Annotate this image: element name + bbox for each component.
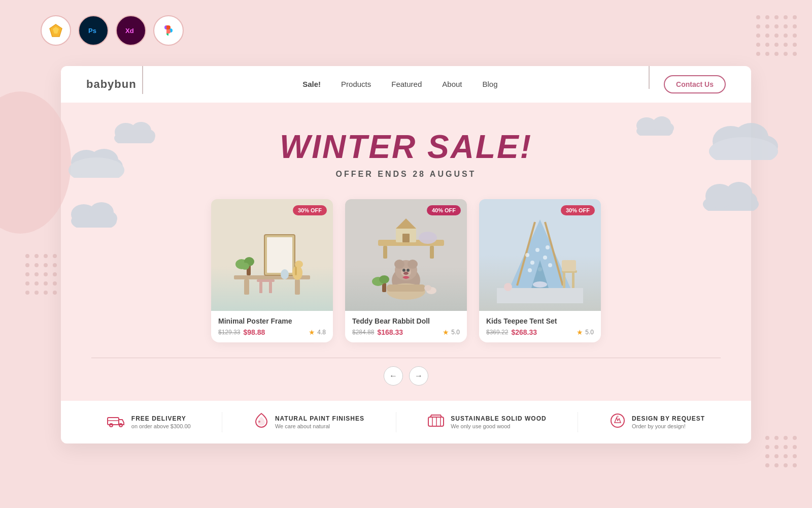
product-image-3: 30% OFF xyxy=(479,199,601,311)
svg-rect-37 xyxy=(259,282,262,293)
svg-rect-88 xyxy=(562,260,576,271)
tool-icons-bar: Ps Xd xyxy=(41,15,184,46)
svg-point-75 xyxy=(525,253,529,257)
feature-delivery-text: FREE DELIVERY on order above $300.00 xyxy=(131,415,191,429)
rating-group-1: ★ 4.8 xyxy=(309,328,326,336)
svg-rect-38 xyxy=(269,282,272,293)
next-arrow-button[interactable]: → xyxy=(409,366,428,386)
product-name-2: Teddy Bear Rabbit Doll xyxy=(352,317,460,325)
star-icon-1: ★ xyxy=(309,328,315,336)
carousel-navigation: ← → xyxy=(61,366,751,401)
svg-point-15 xyxy=(99,211,117,226)
rating-group-3: ★ 5.0 xyxy=(577,328,594,336)
product-name-1: Minimal Poster Frame xyxy=(218,317,326,325)
svg-rect-86 xyxy=(563,273,565,288)
nav-link-sale[interactable]: Sale! xyxy=(302,80,321,88)
feature-paint-text: NATURAL PAINT FINISHES We care about nat… xyxy=(275,415,364,429)
product-card-2[interactable]: 40% OFF xyxy=(345,199,467,342)
cloud-left-bottom xyxy=(69,198,119,228)
product-image-1: 30% OFF xyxy=(211,199,333,311)
svg-point-78 xyxy=(543,256,547,260)
hero-cloud-right xyxy=(634,113,675,136)
figma-icon[interactable] xyxy=(153,15,184,46)
feature-design-title: DESIGN BY REQUEST xyxy=(632,415,705,422)
svg-rect-95 xyxy=(428,417,444,426)
nav-links: Sale! Products Featured About Blog xyxy=(302,80,497,89)
rating-number-1: 4.8 xyxy=(317,329,326,336)
feature-paint: NATURAL PAINT FINISHES We care about nat… xyxy=(254,412,364,432)
website-container: babybun Sale! Products Featured About Bl… xyxy=(61,66,751,443)
feature-divider-1 xyxy=(222,412,222,432)
product-pricing-1: $129.33 $98.88 ★ 4.8 xyxy=(218,328,326,336)
nav-link-products[interactable]: Products xyxy=(341,80,371,88)
photoshop-icon[interactable]: Ps xyxy=(78,15,109,46)
decorative-dots-bottom-right xyxy=(765,436,797,467)
feature-design-subtitle: Order by your design! xyxy=(632,423,705,429)
svg-text:Xd: Xd xyxy=(125,27,134,35)
svg-point-100 xyxy=(617,416,619,418)
brand-logo[interactable]: babybun xyxy=(86,78,137,91)
features-bar: FREE DELIVERY on order above $300.00 NAT… xyxy=(61,401,751,443)
hanging-string-right xyxy=(649,66,650,89)
feature-paint-title: NATURAL PAINT FINISHES xyxy=(275,415,364,422)
feature-wood-text: SUSTAINABLE SOLID WOOD We only use good … xyxy=(451,415,546,429)
svg-point-28 xyxy=(139,129,155,142)
nav-item-products[interactable]: Products xyxy=(341,80,371,89)
product-info-1: Minimal Poster Frame $129.33 $98.88 ★ 4.… xyxy=(211,311,333,342)
price-group-2: $284.88 $168.33 xyxy=(352,328,403,336)
prev-arrow-button[interactable]: ← xyxy=(384,366,403,386)
nav-link-featured[interactable]: Featured xyxy=(391,80,422,88)
feature-delivery-subtitle: on order above $300.00 xyxy=(131,423,191,429)
feature-design: DESIGN BY REQUEST Order by your design! xyxy=(610,412,705,432)
nav-item-blog[interactable]: Blog xyxy=(483,80,498,89)
hero-subtitle: OFFER ENDS 28 AUGUST xyxy=(61,170,751,179)
nav-item-featured[interactable]: Featured xyxy=(391,80,422,89)
divider xyxy=(91,358,721,358)
new-price-1: $98.88 xyxy=(243,328,265,336)
svg-point-82 xyxy=(546,245,550,249)
feature-wood: SUSTAINABLE SOLID WOOD We only use good … xyxy=(427,413,546,432)
svg-point-84 xyxy=(533,281,547,288)
svg-point-61 xyxy=(402,269,405,272)
product-name-3: Kids Teepee Tent Set xyxy=(486,317,594,325)
feature-delivery: FREE DELIVERY on order above $300.00 xyxy=(107,414,191,431)
svg-point-43 xyxy=(295,261,303,268)
contact-button[interactable]: Contact Us xyxy=(664,75,726,93)
design-icon xyxy=(610,412,626,432)
svg-point-68 xyxy=(379,275,389,283)
product-info-3: Kids Teepee Tent Set $369.22 $268.33 ★ 5… xyxy=(479,311,601,342)
price-group-3: $369.22 $268.33 xyxy=(486,328,537,336)
svg-rect-34 xyxy=(244,279,249,295)
svg-point-47 xyxy=(241,263,249,270)
decorative-dots-top-right xyxy=(756,15,797,56)
svg-rect-87 xyxy=(572,273,574,288)
nav-link-about[interactable]: About xyxy=(442,80,462,88)
product-card-1[interactable]: 30% OFF xyxy=(211,199,333,342)
feature-design-text: DESIGN BY REQUEST Order by your design! xyxy=(632,415,705,429)
old-price-2: $284.88 xyxy=(352,329,374,336)
nav-item-about[interactable]: About xyxy=(442,80,462,89)
feature-delivery-title: FREE DELIVERY xyxy=(131,415,191,422)
svg-point-32 xyxy=(660,122,674,134)
sketch-icon[interactable] xyxy=(41,15,71,46)
products-section: 30% OFF xyxy=(61,189,751,358)
product-illustration-1 xyxy=(219,209,325,306)
svg-marker-53 xyxy=(396,218,416,229)
svg-point-79 xyxy=(548,263,552,267)
product-card-3[interactable]: 30% OFF xyxy=(479,199,601,342)
rating-number-2: 5.0 xyxy=(451,329,460,336)
nav-link-blog[interactable]: Blog xyxy=(483,80,498,88)
svg-point-48 xyxy=(281,269,289,279)
nav-item-sale[interactable]: Sale! xyxy=(302,80,321,89)
product-illustration-3 xyxy=(487,209,593,306)
star-icon-3: ★ xyxy=(577,328,583,336)
star-icon-2: ★ xyxy=(443,328,449,336)
svg-rect-35 xyxy=(295,279,300,295)
svg-point-89 xyxy=(504,283,512,291)
cloud-left-top xyxy=(66,142,127,178)
xd-icon[interactable]: Xd xyxy=(116,15,146,46)
paint-icon xyxy=(254,412,269,432)
price-group-1: $129.33 $98.88 xyxy=(218,328,265,336)
cloud-right-bottom xyxy=(700,178,761,211)
product-illustration-2 xyxy=(353,209,459,306)
